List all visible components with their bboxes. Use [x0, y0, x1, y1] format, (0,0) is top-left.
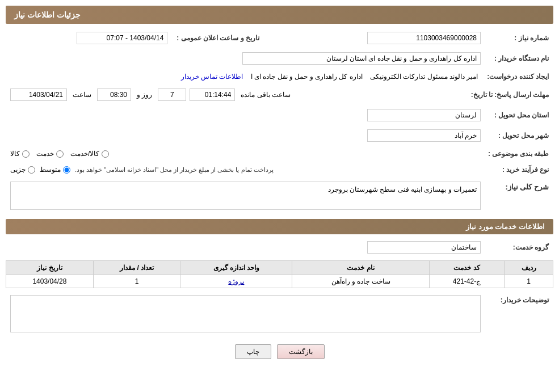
rooz-label: روز و	[137, 91, 152, 99]
row-namdastgah: نام دستگاه خریدار :	[6, 50, 553, 67]
shahr-input[interactable]	[367, 129, 481, 142]
table-row: 1ج-42-421ساخت جاده و راه‌آهنپروژه11403/0…	[6, 275, 553, 288]
th-radif: ردیف	[505, 261, 553, 275]
radio-kala-item: کالا	[10, 150, 30, 158]
radio-khadamat-label: خدمت	[36, 150, 54, 158]
page-header: جزئیات اطلاعات نیاز	[6, 6, 553, 24]
namDastgah-input[interactable]	[242, 52, 481, 65]
table-cell: 1	[93, 275, 180, 288]
th-vahed: واحد اندازه گیری	[180, 261, 292, 275]
towzihat-label: توضیحات خریدار:	[485, 293, 553, 336]
ijadKonande-label: ایجاد کننده درخواست:	[482, 70, 553, 83]
radio-jozee-item: جزیی	[10, 166, 35, 174]
tarikh-elan-label: تاریخ و ساعت اعلان عمومی :	[172, 29, 264, 47]
row-towzihat: توضیحات خریدار:	[6, 293, 553, 336]
radio-jozee[interactable]	[28, 166, 35, 174]
sharh-value: تعمیرات و بهسازی ابنیه فنی سطح شهرستان ب…	[6, 179, 485, 212]
ostan-value	[6, 107, 485, 124]
page-wrapper: جزئیات اطلاعات نیاز شماره نیاز : تاریخ و…	[0, 0, 559, 392]
sharh-container: تعمیرات و بهسازی ابنیه فنی سطح شهرستان ب…	[10, 182, 481, 210]
shahr-label: شهر محل تحویل :	[485, 127, 553, 144]
tarikh-elan-input[interactable]	[77, 32, 167, 44]
table-cell[interactable]: پروژه	[180, 275, 292, 288]
shahr-value	[6, 127, 485, 144]
chap-button[interactable]: چاپ	[235, 344, 271, 359]
baghimande-label: ساعت باقی مانده	[241, 91, 291, 99]
tarikh-elan-value	[6, 29, 172, 47]
table-cell: ساخت جاده و راه‌آهن	[292, 275, 429, 288]
saat-input[interactable]	[97, 88, 131, 101]
row-goroh: گروه خدمت:	[6, 239, 553, 256]
row-ijad: ایجاد کننده درخواست: امیر دالوند مسئول ت…	[6, 70, 553, 83]
row-shahr: شهر محل تحویل :	[6, 127, 553, 144]
ostan-input[interactable]	[367, 109, 481, 121]
towzihat-value	[6, 293, 485, 336]
tabaghe-value: کالا خدمت کالا/خدمت	[6, 147, 484, 160]
goroh-label: گروه خدمت:	[485, 239, 553, 256]
table-cell: 1	[505, 275, 553, 288]
table-header: ردیف کد خدمت نام خدمت واحد اندازه گیری ت…	[6, 261, 553, 275]
goroh-value	[6, 239, 485, 256]
shomareNiaz-input[interactable]	[367, 32, 481, 44]
button-row: چاپ بازگشت	[6, 344, 553, 359]
ijad-org: اداره کل راهداری و حمل و نقل جاده ای ا	[251, 73, 363, 81]
radio-motovaset-label: متوسط	[40, 166, 61, 174]
towzihat-textarea[interactable]	[10, 295, 481, 332]
sharh-text: تعمیرات و بهسازی ابنیه فنی سطح شهرستان ب…	[328, 186, 477, 193]
th-kod: کد خدمت	[429, 261, 504, 275]
radio-kala[interactable]	[22, 150, 30, 158]
noeFarayand-value: جزیی متوسط پرداخت تمام یا بخشی از مبلغ خ…	[6, 163, 485, 176]
namDastgah-value	[6, 50, 485, 67]
row-mohlat: مهلت ارسال پاسخ: تا تاریخ: ساعت روز و سا…	[6, 86, 553, 103]
mohlat-value: ساعت روز و ساعت باقی مانده	[6, 86, 466, 103]
ijadKonande-value: امیر دالوند مسئول تدارکات الکترونیکی ادا…	[6, 70, 482, 83]
row-noeFarayand: نوع فرآیند خرید : جزیی متوسط پرداخت تمام…	[6, 163, 553, 176]
row-tabaghe: طبقه بندی موضوعی : کالا خدمت کالا/خدمت	[6, 147, 553, 160]
row-shomara: شماره نیاز : تاریخ و ساعت اعلان عمومی :	[6, 29, 553, 47]
radio-kalakhadamat[interactable]	[102, 150, 109, 158]
page-title: جزئیات اطلاعات نیاز	[14, 10, 81, 19]
row-sharh: شرح کلی نیاز: تعمیرات و بهسازی ابنیه فنی…	[6, 179, 553, 212]
rooz-input[interactable]	[158, 88, 186, 101]
row-ostan: استان محل تحویل :	[6, 107, 553, 124]
radio-kalakhadamat-item: کالا/خدمت	[70, 150, 109, 158]
noeFarayand-label: نوع فرآیند خرید :	[485, 163, 553, 176]
radio-kala-label: کالا	[10, 150, 20, 158]
th-tarikh: تاریخ نیاز	[6, 261, 94, 275]
khadamat-section-title: اطلاعات خدمات مورد نیاز	[6, 219, 553, 234]
bazgasht-button[interactable]: بازگشت	[277, 344, 325, 359]
content-area: شماره نیاز : تاریخ و ساعت اعلان عمومی : …	[6, 29, 553, 359]
ijad-link[interactable]: اطلاعات تماس خریدار	[181, 73, 243, 81]
namDastgah-label: نام دستگاه خریدار :	[485, 50, 553, 67]
tabaghe-label: طبقه بندی موضوعی :	[484, 147, 553, 160]
table-body: 1ج-42-421ساخت جاده و راه‌آهنپروژه11403/0…	[6, 275, 553, 288]
goroh-input[interactable]	[367, 241, 481, 254]
table-cell: ج-42-421	[429, 275, 504, 288]
sharh-section-title: شرح کلی نیاز:	[485, 179, 553, 212]
mohlat-label: مهلت ارسال پاسخ: تا تاریخ:	[466, 86, 553, 103]
shomareNiaz-label: شماره نیاز :	[485, 29, 553, 47]
radio-kalakhadamat-label: کالا/خدمت	[70, 150, 99, 158]
sharh-label: شرح کلی نیاز:	[505, 183, 549, 191]
baghimande-input[interactable]	[190, 88, 235, 101]
ijad-person: امیر دالوند مسئول تدارکات الکترونیکی	[370, 73, 478, 81]
radio-khadamat-item: خدمت	[36, 150, 64, 158]
services-table: ردیف کد خدمت نام خدمت واحد اندازه گیری ت…	[6, 260, 553, 288]
noeFarayand-desc: پرداخت تمام یا بخشی از مبلغ خریدار از مح…	[75, 166, 274, 174]
shomareNiaz-value	[281, 29, 485, 47]
radio-khadamat[interactable]	[56, 150, 64, 158]
th-nam: نام خدمت	[292, 261, 429, 275]
saat-sep: ساعت	[73, 91, 91, 99]
radio-jozee-label: جزیی	[10, 166, 26, 174]
radio-motovaset-item: متوسط	[40, 166, 70, 174]
th-tedad: تعداد / مقدار	[93, 261, 180, 275]
ostan-label: استان محل تحویل :	[485, 107, 553, 124]
radio-motovaset[interactable]	[63, 166, 70, 174]
tarikh-input[interactable]	[10, 88, 67, 101]
table-cell: 1403/04/28	[6, 275, 94, 288]
